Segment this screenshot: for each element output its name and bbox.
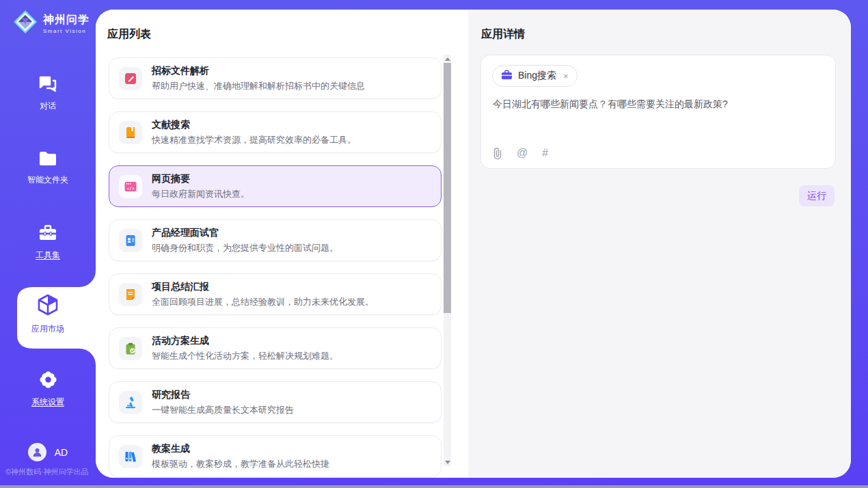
composer-toolbar: @ #: [493, 147, 548, 159]
gear-icon: [39, 370, 57, 392]
app-list-title: 应用列表: [107, 27, 151, 42]
app-description: 每日政府新闻资讯快查。: [152, 188, 249, 200]
chat-icon: [38, 75, 57, 96]
sidebar-item-label: 应用市场: [31, 323, 64, 335]
app-description: 全面回顾项目进展，总结经验教训，助力未来优化发展。: [152, 296, 374, 308]
brand-name: 神州问学: [43, 13, 90, 27]
app-name: 产品经理面试官: [152, 227, 338, 239]
app-detail-title: 应用详情: [481, 27, 525, 42]
close-icon[interactable]: ×: [563, 72, 569, 81]
sidebar-item-tools[interactable]: 工具集: [0, 224, 96, 261]
app-name: 研究报告: [152, 389, 294, 401]
run-button[interactable]: 运行: [799, 185, 835, 206]
brand-diamond-icon: [12, 9, 38, 38]
at-icon[interactable]: @: [517, 147, 528, 159]
app-name: 招标文件解析: [152, 65, 365, 77]
app-card-research-report[interactable]: 研究报告 一键智能生成高质量长文本研究报告: [109, 381, 442, 423]
sidebar-item-settings[interactable]: 系统设置: [0, 370, 96, 408]
app-description: 一键智能生成高质量长文本研究报告: [152, 404, 294, 416]
user-initials: AD: [55, 447, 68, 458]
query-text-input[interactable]: 今日湖北有哪些新闻要点？有哪些需要关注的最新政策?: [493, 98, 824, 111]
list-scrollbar[interactable]: [444, 55, 451, 466]
app-card-event-plan[interactable]: 活动方案生成 智能生成个性化活动方案，轻松解决规划难题。: [109, 327, 442, 369]
browser-code-icon: </>: [119, 175, 142, 198]
scrollbar-thumb[interactable]: [444, 63, 451, 313]
sidebar-item-label: 工具集: [36, 249, 60, 261]
book-icon: [119, 121, 142, 144]
sidebar-item-app-market[interactable]: 应用市场: [0, 294, 96, 335]
app-card-list: 招标文件解析 帮助用户快速、准确地理解和解析招标书中的关键信息 文献搜索: [109, 57, 442, 478]
briefcase-icon: [501, 70, 513, 83]
app-name: 网页摘要: [152, 173, 249, 185]
main-content: 应用列表 招标文件解析 帮助用户快速、准确地理解和解析招标书中的关键信息: [96, 10, 851, 478]
sidebar-item-chat[interactable]: 对话: [0, 75, 96, 112]
app-list-panel: 应用列表 招标文件解析 帮助用户快速、准确地理解和解析招标书中的关键信息: [96, 10, 468, 478]
tool-chip-label: Bing搜索: [518, 70, 556, 82]
toolbox-icon: [38, 224, 57, 245]
scroll-down-icon[interactable]: [444, 458, 451, 466]
app-card-literature-search[interactable]: 文献搜索 快速精准查找学术资源，提高研究效率的必备工具。: [109, 111, 442, 153]
sidebar-item-folders[interactable]: 智能文件夹: [0, 150, 96, 186]
app-window: 神州问学 Smart Vision 对话 智能文件夹: [0, 0, 868, 485]
scroll-up-icon[interactable]: [444, 55, 451, 63]
app-card-web-summary[interactable]: </> 网页摘要 每日政府新闻资讯快查。: [109, 165, 442, 207]
sidebar-item-label: 对话: [40, 100, 56, 112]
microscope-icon: [119, 391, 142, 414]
hash-icon[interactable]: #: [542, 147, 548, 159]
paperclip-icon[interactable]: [493, 148, 502, 159]
tool-chip-bing-search[interactable]: Bing搜索 ×: [492, 65, 578, 87]
sidebar-item-label: 智能文件夹: [27, 174, 68, 186]
clipboard-check-icon: [119, 337, 142, 360]
brand-logo: 神州问学 Smart Vision: [12, 9, 90, 38]
note-icon: [119, 283, 142, 306]
app-name: 教案生成: [152, 443, 329, 455]
window-bottom-edge: [0, 485, 868, 488]
app-name: 文献搜索: [152, 119, 356, 131]
app-card-project-summary[interactable]: 项目总结汇报 全面回顾项目进展，总结经验教训，助力未来优化发展。: [109, 273, 442, 315]
svg-text:</>: </>: [126, 185, 135, 191]
resume-icon: [119, 229, 142, 252]
app-detail-panel: 应用详情 Bing搜索 × 今日湖北有哪些新闻要点？有哪些需要关注的最新政策?: [468, 10, 851, 478]
books-icon: [119, 445, 142, 468]
app-description: 模板驱动，教案秒成，教学准备从此轻松快捷: [152, 458, 329, 470]
app-description: 明确身份和职责，为您提供专业性的面试问题。: [152, 242, 338, 254]
app-card-pm-interviewer[interactable]: 产品经理面试官 明确身份和职责，为您提供专业性的面试问题。: [109, 219, 442, 261]
app-name: 项目总结汇报: [152, 281, 374, 293]
avatar: [28, 443, 46, 461]
app-card-bid-analysis[interactable]: 招标文件解析 帮助用户快速、准确地理解和解析招标书中的关键信息: [109, 57, 442, 99]
copyright-text: ©神州数码·神州问学出品: [5, 467, 89, 477]
sidebar-item-label: 系统设置: [31, 396, 64, 408]
app-description: 快速精准查找学术资源，提高研究效率的必备工具。: [152, 134, 356, 146]
app-description: 智能生成个性化活动方案，轻松解决规划难题。: [152, 350, 338, 362]
app-name: 活动方案生成: [152, 335, 338, 347]
folder-icon: [38, 150, 57, 170]
sidebar: 神州问学 Smart Vision 对话 智能文件夹: [0, 0, 96, 485]
pen-square-icon: [119, 67, 142, 90]
app-description: 帮助用户快速、准确地理解和解析招标书中的关键信息: [152, 80, 365, 92]
brand-subtitle: Smart Vision: [43, 28, 90, 34]
prompt-composer: Bing搜索 × 今日湖北有哪些新闻要点？有哪些需要关注的最新政策? @ #: [480, 55, 836, 169]
app-card-lesson-plan[interactable]: 教案生成 模板驱动，教案秒成，教学准备从此轻松快捷: [109, 435, 442, 477]
cube-icon: [38, 294, 58, 318]
user-account[interactable]: AD: [0, 443, 96, 461]
